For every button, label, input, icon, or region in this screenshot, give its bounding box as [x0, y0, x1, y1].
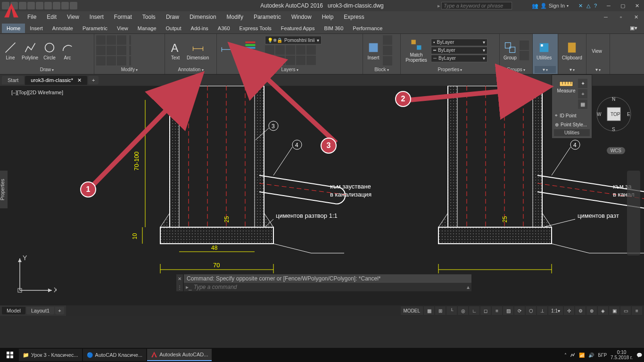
- tab-a360[interactable]: A360: [213, 24, 235, 33]
- task-chrome[interactable]: 🔵AutoCAD Класиче...: [83, 349, 147, 361]
- status-isolate[interactable]: ▣: [609, 306, 619, 315]
- panel-view-label[interactable]: ▾: [588, 66, 608, 73]
- cmd-grip-icon[interactable]: ⋮: [177, 285, 182, 290]
- tab-home[interactable]: Home: [2, 24, 25, 33]
- menu-draw[interactable]: Draw: [161, 13, 184, 21]
- panel-layers-label[interactable]: Layers: [219, 66, 361, 73]
- arc-button[interactable]: Arc: [59, 40, 76, 61]
- cmd-close-icon[interactable]: ✕: [178, 276, 182, 281]
- status-transparency[interactable]: ▨: [503, 306, 513, 315]
- menu-edit[interactable]: Edit: [42, 13, 61, 21]
- tab-parametric[interactable]: Parametric: [78, 24, 112, 33]
- ribbon-minimize-button[interactable]: ▣▾: [625, 23, 642, 33]
- panel-groups-label[interactable]: Groups: [502, 66, 530, 73]
- menu-tools[interactable]: Tools: [138, 13, 160, 21]
- status-lwt[interactable]: ≡: [492, 306, 502, 315]
- fillet-button[interactable]: [117, 46, 126, 55]
- point-style-button[interactable]: ⊕Point Style...: [554, 120, 590, 129]
- maximize-button[interactable]: ▢: [616, 0, 630, 11]
- a360-icon[interactable]: △: [586, 3, 590, 9]
- panel-block-label[interactable]: Block: [365, 66, 398, 73]
- tray-volume-icon[interactable]: 🔊: [588, 353, 594, 358]
- menu-parametric[interactable]: Parametric: [249, 13, 286, 21]
- tab-manage[interactable]: Manage: [133, 24, 161, 33]
- close-button[interactable]: ✕: [630, 0, 644, 11]
- layer-btn-2[interactable]: [275, 45, 285, 55]
- menu-insert[interactable]: Insert: [85, 13, 108, 21]
- tray-clock[interactable]: 0:10 7.5.2018 г.: [611, 350, 633, 360]
- ungroup-button[interactable]: [520, 41, 529, 50]
- quickcalc-button[interactable]: ▦: [578, 99, 587, 109]
- layer-btn-6[interactable]: [265, 56, 274, 65]
- layer-properties-button[interactable]: Layer Properties: [237, 37, 264, 64]
- layer-linear-button[interactable]: [219, 43, 236, 56]
- cmd-recent-button[interactable]: ▴: [467, 284, 470, 290]
- tab-view[interactable]: View: [112, 24, 133, 33]
- measure-button[interactable]: Measure: [556, 79, 577, 109]
- help-icon[interactable]: ?: [594, 3, 597, 8]
- tab-annotate[interactable]: Annotate: [48, 24, 78, 33]
- qat-ws-icon[interactable]: [61, 2, 69, 9]
- layout-model[interactable]: Model: [2, 307, 25, 314]
- minimize-button[interactable]: ─: [602, 0, 616, 11]
- tab-current-doc[interactable]: urok3-dim-classic* ✕: [25, 76, 87, 85]
- trim-button[interactable]: [117, 35, 126, 45]
- layer-btn-10[interactable]: [306, 56, 316, 65]
- layer-btn-7[interactable]: [275, 56, 285, 65]
- tab-addins[interactable]: Add-ins: [186, 24, 213, 33]
- status-cycling[interactable]: ⟳: [514, 306, 525, 315]
- paste-button[interactable]: Clipboard: [560, 40, 584, 61]
- new-tab-button[interactable]: +: [88, 76, 99, 84]
- layer-btn-5[interactable]: [306, 45, 316, 55]
- infocenter-search[interactable]: ▸: [438, 2, 512, 9]
- doc-restore-button[interactable]: ▫: [614, 12, 628, 22]
- layer-btn-1[interactable]: [265, 45, 274, 55]
- layout-add-button[interactable]: +: [55, 307, 64, 314]
- qat-more-icon[interactable]: [70, 2, 77, 9]
- signin-area[interactable]: 👥 👤 Sign In ▾: [532, 3, 569, 9]
- command-line[interactable]: ✕⋮ Command: Specify opposite corner or […: [184, 274, 471, 291]
- exchange-icon[interactable]: ✕: [578, 3, 583, 9]
- ucs-icon[interactable]: X Y: [14, 254, 57, 296]
- mirror-button[interactable]: [107, 46, 116, 55]
- tab-output[interactable]: Output: [161, 24, 186, 33]
- panel-draw-label[interactable]: Draw: [2, 66, 92, 73]
- viewcube[interactable]: TOP N S E W: [595, 95, 633, 133]
- tab-insert[interactable]: Insert: [25, 24, 48, 33]
- wcs-badge[interactable]: WCS: [607, 147, 625, 154]
- group-button[interactable]: Group: [502, 40, 519, 61]
- properties-palette-tab[interactable]: Properties: [0, 171, 8, 208]
- tray-chevron-icon[interactable]: ˄: [564, 353, 567, 358]
- status-osnap[interactable]: ◻: [480, 306, 491, 315]
- layer-current-combo[interactable]: 💡❄🔒 Pomoshtni linii▾: [265, 36, 322, 44]
- status-dynucs[interactable]: ⊥: [537, 306, 547, 315]
- layer-btn-4[interactable]: [296, 45, 305, 55]
- status-monitor[interactable]: ⊕: [586, 306, 597, 315]
- search-input[interactable]: [441, 2, 512, 9]
- tray-power-icon[interactable]: 🗲: [570, 353, 575, 358]
- tray-notifications-icon[interactable]: 💬: [636, 353, 642, 358]
- status-3dosnap[interactable]: ⬡: [526, 306, 536, 315]
- point-button[interactable]: +: [578, 89, 587, 99]
- status-ortho[interactable]: └: [446, 306, 457, 315]
- tab-express[interactable]: Express Tools: [235, 24, 276, 33]
- lineweight-combo[interactable]: ━ ByLayer▾: [431, 47, 487, 54]
- move-button[interactable]: [96, 35, 106, 45]
- erase-button[interactable]: [129, 46, 131, 55]
- layer-btn-9[interactable]: [296, 56, 305, 65]
- status-grid[interactable]: ▦: [424, 306, 434, 315]
- drawing-area[interactable]: Properties [–][Top][2D Wireframe] 3 4 70…: [0, 86, 644, 305]
- qat-plot-icon[interactable]: [36, 2, 43, 9]
- status-polar[interactable]: ◎: [458, 306, 468, 315]
- menu-dimension[interactable]: Dimension: [185, 13, 221, 21]
- panel-annotation-label[interactable]: Annotation: [167, 66, 215, 73]
- dimension-button[interactable]: Dimension: [185, 40, 211, 61]
- stretch-button[interactable]: [96, 56, 106, 66]
- block-create-button[interactable]: [383, 35, 392, 45]
- block-attr-button[interactable]: [383, 56, 392, 66]
- panel-properties-label[interactable]: Properties: [403, 66, 497, 73]
- status-scale[interactable]: 1:1 ▾: [548, 306, 563, 315]
- menu-help[interactable]: Help: [317, 13, 339, 21]
- menu-modify[interactable]: Modify: [222, 13, 248, 21]
- start-button[interactable]: [2, 349, 18, 361]
